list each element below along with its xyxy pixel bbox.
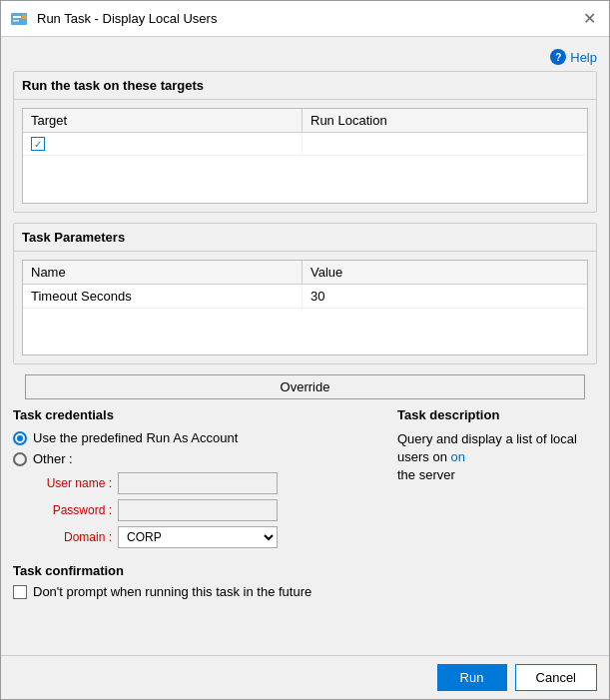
svg-rect-2 <box>13 20 19 22</box>
run-task-window: Run Task - Display Local Users ✕ ? Help … <box>0 0 610 700</box>
param-name-cell: Timeout Seconds <box>23 285 303 308</box>
window-title: Run Task - Display Local Users <box>37 11 217 26</box>
username-label: User name : <box>33 476 118 490</box>
target-col-header: Target <box>23 109 303 132</box>
run-location-col-header: Run Location <box>303 109 587 132</box>
bottom-bar: Run Cancel <box>1 655 609 699</box>
username-input[interactable] <box>118 472 278 494</box>
domain-label: Domain : <box>33 530 118 544</box>
params-row: Timeout Seconds 30 <box>23 285 587 309</box>
targets-table-body <box>23 133 587 203</box>
targets-table: Target Run Location <box>22 108 588 204</box>
description-text-part2: the server <box>397 467 455 482</box>
other-radio[interactable] <box>13 452 27 466</box>
title-bar: Run Task - Display Local Users ✕ <box>1 1 609 37</box>
description-title: Task description <box>397 407 597 422</box>
table-row <box>23 133 587 156</box>
credentials-title: Task credentials <box>13 407 381 422</box>
confirm-row: Don't prompt when running this task in t… <box>13 584 597 599</box>
username-row: User name : <box>13 472 381 494</box>
predefined-label: Use the predefined Run As Account <box>33 430 238 445</box>
other-radio-row: Other : <box>13 451 381 466</box>
cancel-button[interactable]: Cancel <box>515 664 597 691</box>
run-button[interactable]: Run <box>437 664 507 691</box>
help-icon: ? <box>550 49 566 65</box>
params-table: Name Value Timeout Seconds 30 <box>22 260 588 355</box>
params-section: Task Parameters Name Value Timeout Secon… <box>13 223 597 364</box>
no-prompt-checkbox[interactable] <box>13 585 27 599</box>
domain-row: Domain : CORP <box>13 526 381 548</box>
password-label: Password : <box>33 503 118 517</box>
targets-section: Run the task on these targets Target Run… <box>13 71 597 213</box>
confirmation-section: Task confirmation Don't prompt when runn… <box>13 563 597 599</box>
target-checkbox[interactable] <box>31 137 45 151</box>
targets-table-header: Target Run Location <box>23 109 587 133</box>
confirmation-title: Task confirmation <box>13 563 597 578</box>
description-section: Task description Query and display a lis… <box>397 407 597 553</box>
two-col-section: Task credentials Use the predefined Run … <box>13 407 597 553</box>
target-checkbox-cell <box>23 133 303 155</box>
no-prompt-label: Don't prompt when running this task in t… <box>33 584 311 599</box>
password-row: Password : <box>13 499 381 521</box>
description-text: Query and display a list of local users … <box>397 430 597 485</box>
params-section-title: Task Parameters <box>14 224 596 252</box>
help-link[interactable]: ? Help <box>550 49 597 65</box>
window-icon <box>9 9 29 29</box>
params-table-header: Name Value <box>23 261 587 285</box>
credentials-section: Task credentials Use the predefined Run … <box>13 407 381 553</box>
svg-rect-1 <box>13 16 21 18</box>
override-button[interactable]: Override <box>25 374 585 399</box>
help-bar: ? Help <box>13 45 597 71</box>
dialog-content: ? Help Run the task on these targets Tar… <box>1 37 609 655</box>
predefined-radio-row: Use the predefined Run As Account <box>13 430 381 445</box>
predefined-radio[interactable] <box>13 431 27 445</box>
run-location-cell <box>303 133 587 155</box>
param-value-cell: 30 <box>303 285 587 308</box>
description-text-part1: Query and display a list of local users … <box>397 431 577 464</box>
domain-select-wrapper: CORP <box>118 526 278 548</box>
name-col-header: Name <box>23 261 303 284</box>
value-col-header: Value <box>303 261 587 284</box>
password-input[interactable] <box>118 499 278 521</box>
params-table-body: Timeout Seconds 30 <box>23 285 587 354</box>
help-label: Help <box>570 50 597 65</box>
title-bar-left: Run Task - Display Local Users <box>9 9 217 29</box>
targets-section-title: Run the task on these targets <box>14 72 596 100</box>
close-button[interactable]: ✕ <box>577 7 601 31</box>
domain-select[interactable]: CORP <box>118 526 278 548</box>
description-text-on: on <box>451 449 465 464</box>
svg-point-3 <box>22 14 27 19</box>
other-label: Other : <box>33 451 73 466</box>
